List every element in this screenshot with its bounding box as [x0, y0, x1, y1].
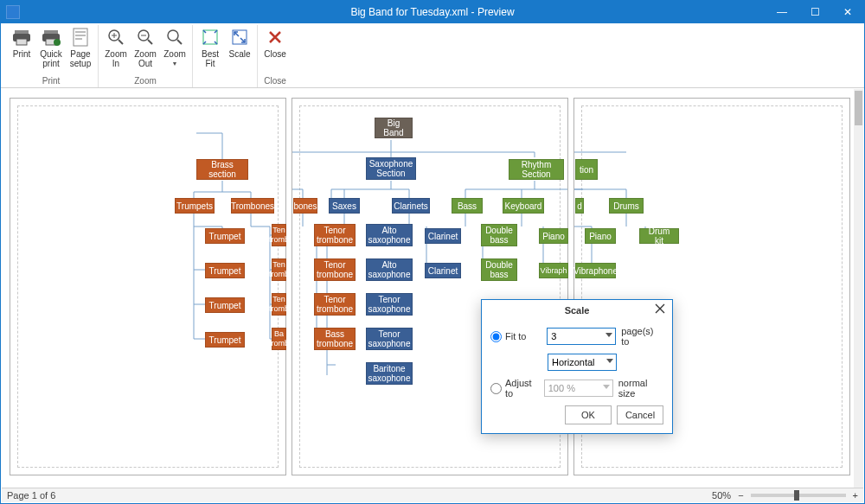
status-bar: Page 1 of 6 50% − + — [2, 488, 863, 502]
zoom-slider-thumb[interactable] — [794, 490, 799, 501]
chart-node: Brass section — [196, 159, 248, 180]
close-icon — [265, 27, 285, 48]
best-fit-icon — [200, 27, 221, 48]
chart-node: bones — [293, 198, 317, 214]
scale-button[interactable]: Scale — [226, 25, 253, 68]
group-label-print: Print — [42, 76, 61, 87]
close-preview-button[interactable]: Close — [261, 25, 289, 59]
zoom-in-icon — [106, 27, 126, 48]
pages-combo[interactable]: 3 — [547, 328, 616, 345]
adjust-combo: 100 % — [544, 380, 613, 397]
maximize-button[interactable]: ☐ — [798, 1, 831, 23]
print-button[interactable]: Print — [8, 25, 35, 68]
chart-node: Baritone saxophone — [366, 362, 413, 385]
group-label-zoom: Zoom — [134, 76, 157, 87]
chart-node: Tenor saxophone — [366, 293, 413, 316]
cancel-button[interactable]: Cancel — [617, 405, 663, 424]
adjust-to-radio[interactable]: Adjust to — [490, 378, 539, 399]
chart-node: Clarinet — [425, 228, 461, 244]
orientation-combo[interactable]: Horizontal — [548, 354, 617, 371]
minimize-button[interactable]: — — [766, 1, 798, 23]
chart-node: Bass — [452, 198, 483, 214]
svg-rect-0 — [15, 30, 29, 34]
svg-line-12 — [119, 40, 123, 44]
dialog-close-button[interactable] — [655, 303, 667, 316]
chart-node: Double bass — [481, 258, 517, 281]
chart-node: Tenor trombone — [314, 293, 356, 316]
preview-workspace[interactable]: Brass section Trumpets Trombones Trumpet… — [2, 89, 854, 488]
chart-node: Vibraphone — [575, 263, 616, 278]
page-indicator: Page 1 of 6 — [7, 490, 55, 501]
chart-node: Tenor trombone — [314, 258, 356, 281]
chart-node: Alto saxophone — [366, 258, 413, 281]
chart-node: Tentromb — [272, 293, 286, 316]
chart-node: Rhythm Section — [509, 159, 564, 180]
chart-node: Keyboard — [503, 198, 544, 214]
window-title: Big Band for Tuesday.xml - Preview — [350, 6, 514, 18]
chart-node: Tentromb — [272, 224, 286, 246]
scale-dialog: Scale Fit to 3 page(s) to Horizontal Adj… — [481, 299, 673, 434]
chart-node: Clarinets — [392, 198, 430, 214]
chart-node: Trombones — [231, 198, 274, 214]
zoom-in-icon[interactable]: + — [853, 490, 858, 501]
chart-node: Saxophone Section — [366, 157, 416, 180]
chart-node: Drum kit — [639, 228, 679, 244]
chart-node: Trumpets — [175, 198, 215, 214]
chart-node: Drums — [609, 198, 644, 214]
svg-line-19 — [177, 40, 182, 44]
printer-quick-icon — [41, 27, 61, 48]
chart-node: Batromb — [272, 328, 286, 350]
best-fit-button[interactable]: Best Fit — [196, 25, 224, 68]
svg-rect-8 — [75, 31, 86, 33]
chart-node: Trumpet — [205, 263, 245, 278]
chart-node: Saxes — [329, 198, 360, 214]
chart-node: Vibraph — [539, 263, 568, 278]
title-bar: Big Band for Tuesday.xml - Preview — ☐ ✕ — [1, 1, 864, 23]
svg-point-18 — [168, 30, 178, 41]
chart-node: Double bass — [481, 224, 517, 246]
chart-node: tion — [575, 159, 598, 180]
chart-node: Bass trombone — [314, 328, 356, 350]
scale-icon — [229, 27, 250, 48]
chart-root-node: Big Band — [375, 118, 413, 138]
group-label-close: Close — [264, 76, 286, 87]
page-setup-button[interactable]: Page setup — [67, 25, 94, 68]
zoom-in-button[interactable]: Zoom In — [102, 25, 130, 68]
chart-node: Tenor saxophone — [366, 328, 413, 350]
zoom-out-icon[interactable]: − — [738, 490, 743, 501]
ribbon: Print Quick print Page setup Print Zoom … — [1, 23, 864, 88]
chart-node: Tenor trombone — [314, 224, 356, 246]
app-icon — [6, 5, 20, 19]
chart-node: Trumpet — [205, 228, 245, 244]
fit-to-radio[interactable]: Fit to — [490, 331, 541, 342]
chart-node: Trumpet — [205, 297, 245, 313]
chart-node: Trumpet — [205, 332, 245, 348]
chart-node: Tentromb — [272, 258, 286, 281]
zoom-icon — [164, 27, 185, 48]
zoom-button[interactable]: Zoom ▼ — [161, 25, 189, 68]
dialog-title: Scale — [482, 300, 672, 321]
svg-line-16 — [148, 40, 152, 44]
zoom-slider[interactable] — [751, 494, 846, 497]
svg-rect-10 — [75, 38, 82, 40]
chart-node: Piano — [585, 228, 616, 244]
zoom-out-button[interactable]: Zoom Out — [131, 25, 159, 68]
close-window-button[interactable]: ✕ — [831, 1, 864, 23]
svg-rect-9 — [75, 35, 86, 36]
quick-print-button[interactable]: Quick print — [37, 25, 65, 68]
chart-node: d — [575, 198, 584, 214]
scrollbar-thumb[interactable] — [855, 91, 862, 125]
chart-node: Clarinet — [425, 263, 461, 278]
page-setup-icon — [70, 27, 91, 48]
svg-rect-2 — [16, 39, 27, 45]
printer-icon — [11, 27, 32, 48]
chart-node: Piano — [539, 228, 568, 244]
svg-point-6 — [54, 39, 61, 46]
ok-button[interactable]: OK — [565, 405, 612, 424]
zoom-value: 50% — [712, 490, 731, 501]
zoom-out-icon — [135, 27, 156, 48]
preview-page-1: Brass section Trumpets Trombones Trumpet… — [10, 98, 286, 475]
svg-rect-3 — [44, 30, 58, 34]
vertical-scrollbar[interactable] — [854, 89, 863, 488]
chart-node: Alto saxophone — [366, 224, 413, 246]
